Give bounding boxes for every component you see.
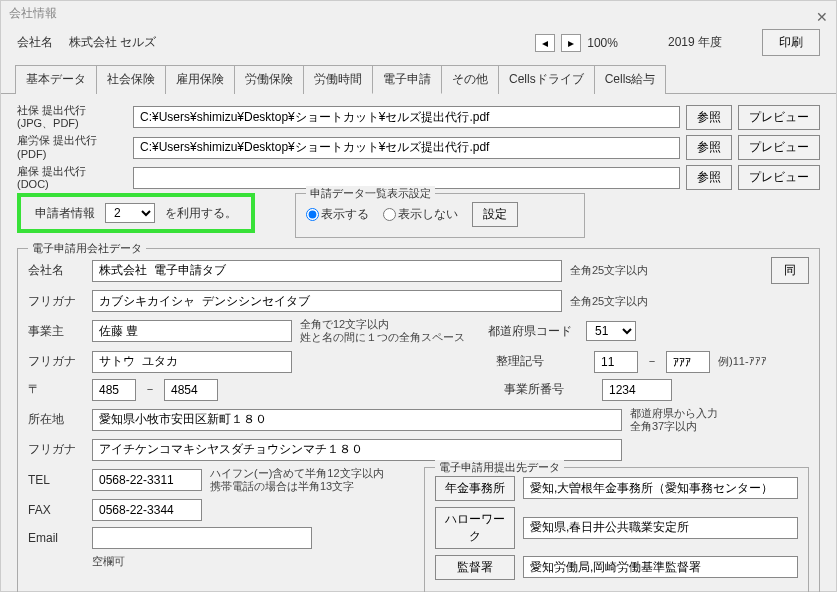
zip1-input[interactable] bbox=[92, 379, 136, 401]
header-row: 会社名 株式会社 セルズ ◂ ▸ 100% 2019 年度 印刷 bbox=[1, 25, 836, 64]
radio-show[interactable]: 表示する bbox=[306, 206, 369, 223]
addr-hint: 都道府県から入力 全角37字以内 bbox=[630, 407, 718, 433]
email-label: Email bbox=[28, 531, 84, 545]
applicant-highlight: 申請者情報 2 を利用する。 bbox=[17, 193, 255, 233]
browse-button-koho[interactable]: 参照 bbox=[686, 165, 732, 190]
tabs: 基本データ 社会保険 雇用保険 労働保険 労働時間 電子申請 その他 Cells… bbox=[1, 64, 836, 94]
titlebar: 会社情報 ✕ bbox=[1, 1, 836, 25]
zoom-group: ◂ ▸ 100% bbox=[535, 34, 618, 52]
owner-kana-input[interactable] bbox=[92, 351, 292, 373]
print-button[interactable]: 印刷 bbox=[762, 29, 820, 56]
display-setting-legend: 申請データ一覧表示設定 bbox=[306, 186, 435, 201]
zip-label: 〒 bbox=[28, 381, 84, 398]
year-suffix: 年度 bbox=[698, 35, 722, 49]
kana-hint: 全角25文字以内 bbox=[570, 295, 648, 308]
browse-button-shaho[interactable]: 参照 bbox=[686, 105, 732, 130]
office-no-label: 事業所番号 bbox=[504, 381, 594, 398]
preview-button-koho[interactable]: プレビュー bbox=[738, 165, 820, 190]
seiri-label: 整理記号 bbox=[496, 353, 586, 370]
dest-fieldset: 電子申請用提出先データ 年金事務所 ハローワーク 監督署 bbox=[424, 467, 809, 592]
browse-button-koyoro[interactable]: 参照 bbox=[686, 135, 732, 160]
zip2-input[interactable] bbox=[164, 379, 218, 401]
tab-cellspay[interactable]: Cells給与 bbox=[594, 65, 667, 94]
applicant-label: 申請者情報 bbox=[35, 205, 95, 222]
kana-label: フリガナ bbox=[28, 293, 84, 310]
tab-other[interactable]: その他 bbox=[441, 65, 499, 94]
email-input[interactable] bbox=[92, 527, 312, 549]
addr-input[interactable] bbox=[92, 409, 622, 431]
addr-label: 所在地 bbox=[28, 411, 84, 428]
file-label-koho: 雇保 提出代行 (DOC) bbox=[17, 165, 127, 191]
owner-input[interactable] bbox=[92, 320, 292, 342]
same-button[interactable]: 同 bbox=[771, 257, 809, 284]
file-input-koyoro[interactable] bbox=[133, 137, 680, 159]
kantoku-button[interactable]: 監督署 bbox=[435, 555, 515, 580]
app-window: 会社情報 ✕ 会社名 株式会社 セルズ ◂ ▸ 100% 2019 年度 印刷 … bbox=[0, 0, 837, 592]
tab-basic[interactable]: 基本データ bbox=[15, 65, 97, 94]
tel-input[interactable] bbox=[92, 469, 202, 491]
kantoku-input[interactable] bbox=[523, 556, 798, 578]
year-group: 2019 年度 bbox=[668, 34, 722, 51]
display-setting-fieldset: 申請データ一覧表示設定 表示する 表示しない 設定 bbox=[295, 193, 585, 238]
tab-eapply[interactable]: 電子申請 bbox=[372, 65, 442, 94]
zoom-next-button[interactable]: ▸ bbox=[561, 34, 581, 52]
file-input-shaho[interactable] bbox=[133, 106, 680, 128]
addr-kana-input[interactable] bbox=[92, 439, 622, 461]
owner-label: 事業主 bbox=[28, 323, 84, 340]
zoom-prev-button[interactable]: ◂ bbox=[535, 34, 555, 52]
name-hint: 全角25文字以内 bbox=[570, 264, 648, 277]
owner-kana-label: フリガナ bbox=[28, 353, 84, 370]
tel-hint: ハイフン(ー)含めて半角12文字以内 携帯電話の場合は半角13文字 bbox=[210, 467, 384, 493]
pref-select[interactable]: 51 bbox=[586, 321, 636, 341]
year-value: 2019 bbox=[668, 35, 695, 49]
preview-button-shaho[interactable]: プレビュー bbox=[738, 105, 820, 130]
tel-label: TEL bbox=[28, 473, 84, 487]
preview-button-koyoro[interactable]: プレビュー bbox=[738, 135, 820, 160]
seiri-sep: － bbox=[646, 353, 658, 370]
seiri1-input[interactable] bbox=[594, 351, 638, 373]
file-row-koyoro: 雇労保 提出代行 (PDF) 参照 プレビュー bbox=[17, 134, 820, 160]
addr-kana-label: フリガナ bbox=[28, 441, 84, 458]
zoom-value: 100% bbox=[587, 36, 618, 50]
name-input[interactable] bbox=[92, 260, 562, 282]
tab-content: 社保 提出代行 (JPG、PDF) 参照 プレビュー 雇労保 提出代行 (PDF… bbox=[1, 94, 836, 592]
pref-label: 都道府県コード bbox=[488, 323, 578, 340]
tab-employment[interactable]: 雇用保険 bbox=[165, 65, 235, 94]
pension-button[interactable]: 年金事務所 bbox=[435, 476, 515, 501]
applicant-select[interactable]: 2 bbox=[105, 203, 155, 223]
email-hint: 空欄可 bbox=[92, 555, 125, 568]
fax-label: FAX bbox=[28, 503, 84, 517]
window-title: 会社情報 bbox=[9, 6, 57, 20]
file-label-shaho: 社保 提出代行 (JPG、PDF) bbox=[17, 104, 127, 130]
kana-input[interactable] bbox=[92, 290, 562, 312]
office-no-input[interactable] bbox=[602, 379, 672, 401]
company-data-fieldset: 電子申請用会社データ 会社名 全角25文字以内 同 フリガナ 全角25文字以内 … bbox=[17, 248, 820, 592]
pension-input[interactable] bbox=[523, 477, 798, 499]
dest-legend: 電子申請用提出先データ bbox=[435, 460, 564, 475]
tab-social[interactable]: 社会保険 bbox=[96, 65, 166, 94]
fax-input[interactable] bbox=[92, 499, 202, 521]
file-label-koyoro: 雇労保 提出代行 (PDF) bbox=[17, 134, 127, 160]
tab-worktime[interactable]: 労働時間 bbox=[303, 65, 373, 94]
zip-sep: － bbox=[144, 381, 156, 398]
applicant-suffix: を利用する。 bbox=[165, 205, 237, 222]
close-icon[interactable]: ✕ bbox=[816, 5, 828, 29]
file-row-shaho: 社保 提出代行 (JPG、PDF) 参照 プレビュー bbox=[17, 104, 820, 130]
company-data-legend: 電子申請用会社データ bbox=[28, 241, 146, 256]
hellowork-button[interactable]: ハローワーク bbox=[435, 507, 515, 549]
company-label: 会社名 bbox=[17, 34, 53, 51]
display-set-button[interactable]: 設定 bbox=[472, 202, 518, 227]
owner-hint: 全角で12文字以内 姓と名の間に１つの全角スペース bbox=[300, 318, 480, 344]
hellowork-input[interactable] bbox=[523, 517, 798, 539]
seiri2-input[interactable] bbox=[666, 351, 710, 373]
radio-hide[interactable]: 表示しない bbox=[383, 206, 458, 223]
tab-cellsdrive[interactable]: Cellsドライブ bbox=[498, 65, 595, 94]
tab-labor[interactable]: 労働保険 bbox=[234, 65, 304, 94]
name-label: 会社名 bbox=[28, 262, 84, 279]
seiri-hint: 例)11-ｱｱｱ bbox=[718, 355, 767, 368]
company-name: 株式会社 セルズ bbox=[69, 34, 156, 51]
